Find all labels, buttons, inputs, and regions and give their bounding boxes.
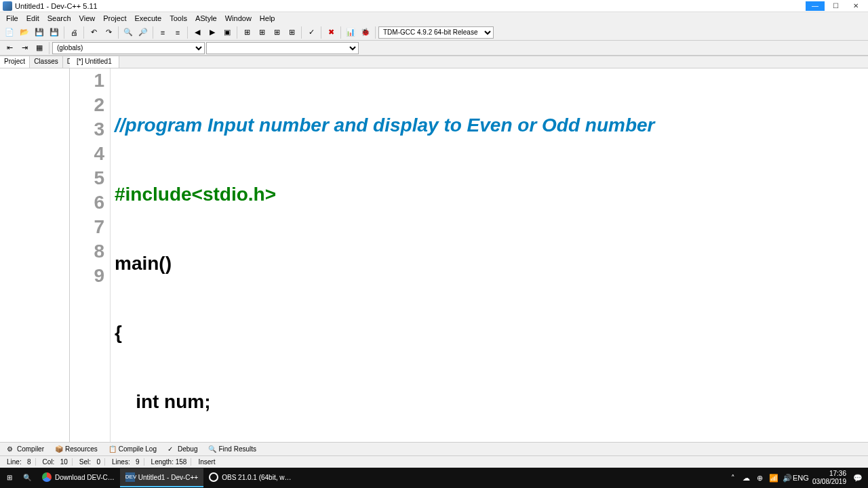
menu-help[interactable]: Help — [256, 13, 279, 24]
save-all-button[interactable]: 💾 — [47, 26, 61, 39]
redo-button[interactable]: ↷ — [102, 26, 115, 39]
status-length: Length: 158 — [147, 458, 192, 466]
main-area: Project Classes Debug [*] Untitled1 1 2 … — [0, 56, 868, 442]
check-icon: ✓ — [167, 445, 176, 453]
save-button[interactable]: 💾 — [33, 26, 46, 39]
menu-bar: File Edit Search View Project Execute To… — [0, 12, 868, 24]
panel-body — [0, 68, 69, 442]
status-col: Col: 10 — [39, 458, 73, 466]
grid1-button[interactable]: ⊞ — [240, 26, 254, 39]
minimize-button[interactable]: — — [806, 1, 825, 11]
chevron-up-icon[interactable]: ˄ — [728, 473, 738, 483]
menu-tools[interactable]: Tools — [166, 13, 191, 24]
code-content[interactable]: //program Input number and display to Ev… — [111, 68, 868, 442]
print-button[interactable]: 🖨 — [67, 26, 81, 39]
stop-button[interactable]: ✖ — [324, 26, 338, 39]
indent-button[interactable]: ≡ — [156, 26, 170, 39]
open-button[interactable]: 📂 — [18, 26, 31, 39]
status-lines: Lines: 9 — [108, 458, 144, 466]
network-icon[interactable]: 📶 — [769, 473, 778, 483]
task-chrome[interactable]: Download DEV-C… — [37, 468, 120, 487]
chrome-icon — [42, 472, 52, 482]
task-obs[interactable]: OBS 21.0.1 (64bit, w… — [203, 468, 296, 487]
debug-button[interactable]: 🐞 — [359, 26, 372, 39]
bottom-tab-debug[interactable]: ✓Debug — [163, 444, 201, 455]
status-mode: Insert — [194, 458, 219, 466]
menu-astyle[interactable]: AStyle — [192, 13, 220, 24]
devcpp-icon: DEV — [125, 472, 135, 482]
window-controls: — ☐ ✕ — [806, 1, 865, 11]
scope-select[interactable]: (globals) — [52, 42, 205, 54]
language-indicator[interactable]: ENG — [796, 473, 806, 483]
search-icon: 🔍 — [208, 445, 216, 453]
start-button[interactable]: ⊞ — [1, 468, 18, 487]
gear-icon: ⚙ — [7, 445, 15, 453]
menu-view[interactable]: View — [76, 13, 99, 24]
app-icon — [3, 1, 12, 11]
status-sel: Sel: 0 — [75, 458, 105, 466]
status-bar: Line: 8 Col: 10 Sel: 0 Lines: 9 Length: … — [0, 455, 868, 468]
task-devcpp[interactable]: DEVUntitled1 - Dev-C++ — [120, 468, 203, 487]
close-button[interactable]: ✕ — [846, 1, 865, 11]
profile-button[interactable]: 📊 — [344, 26, 357, 39]
member-select[interactable] — [206, 42, 359, 54]
clock[interactable]: 17:36 03/08/2019 — [810, 470, 849, 486]
menu-edit[interactable]: Edit — [23, 13, 43, 24]
bottom-tab-compiler[interactable]: ⚙Compiler — [3, 444, 48, 455]
compile-button[interactable]: ✓ — [304, 26, 318, 39]
file-tabs: [*] Untitled1 — [70, 56, 868, 68]
onedrive-icon[interactable]: ☁ — [742, 473, 751, 483]
replace-button[interactable]: 🔎 — [136, 26, 150, 39]
windows-taskbar: ⊞ 🔍 Download DEV-C… DEVUntitled1 - Dev-C… — [0, 468, 868, 488]
package-icon: 📦 — [55, 445, 63, 453]
goto-fwd-button[interactable]: ⇥ — [18, 41, 31, 55]
bottom-tab-resources[interactable]: 📦Resources — [51, 444, 102, 455]
menu-window[interactable]: Window — [222, 13, 255, 24]
undo-button[interactable]: ↶ — [87, 26, 100, 39]
window-title: Untitled1 - Dev-C++ 5.11 — [15, 2, 98, 10]
bookmark-button[interactable]: ▣ — [220, 26, 234, 39]
side-panel: Project Classes Debug — [0, 56, 70, 442]
menu-project[interactable]: Project — [100, 13, 130, 24]
editor-area: [*] Untitled1 1 2 3 4 5 6 7 8 9 //progra… — [70, 56, 868, 442]
bottom-tab-compile-log[interactable]: 📋Compile Log — [104, 444, 161, 455]
panel-tab-classes[interactable]: Classes — [30, 56, 63, 68]
file-tab-untitled[interactable]: [*] Untitled1 — [70, 56, 119, 68]
compiler-select[interactable]: TDM-GCC 4.9.2 64-bit Release — [378, 26, 494, 39]
menu-execute[interactable]: Execute — [131, 13, 165, 24]
panel-tab-project[interactable]: Project — [0, 56, 30, 68]
bottom-tabs: ⚙Compiler 📦Resources 📋Compile Log ✓Debug… — [0, 442, 868, 455]
system-tray: ˄ ☁ ⊕ 📶 🔊 ENG 17:36 03/08/2019 💬 — [724, 470, 867, 486]
maximize-button[interactable]: ☐ — [826, 1, 845, 11]
code-editor[interactable]: 1 2 3 4 5 6 7 8 9 //program Input number… — [70, 68, 868, 442]
menu-search[interactable]: Search — [44, 13, 75, 24]
log-icon: 📋 — [108, 445, 117, 453]
grid4-button[interactable]: ⊞ — [285, 26, 298, 39]
back-button[interactable]: ◀ — [191, 26, 204, 39]
security-icon[interactable]: ⊕ — [755, 473, 765, 483]
volume-icon[interactable]: 🔊 — [783, 473, 792, 483]
goto-line-button[interactable]: ▦ — [33, 41, 46, 55]
window-titlebar: Untitled1 - Dev-C++ 5.11 — ☐ ✕ — [0, 0, 868, 12]
find-button[interactable]: 🔍 — [121, 26, 135, 39]
notifications-icon[interactable]: 💬 — [853, 473, 863, 483]
bottom-tab-find-results[interactable]: 🔍Find Results — [204, 444, 260, 455]
grid2-button[interactable]: ⊞ — [255, 26, 269, 39]
line-gutter: 1 2 3 4 5 6 7 8 9 — [70, 68, 111, 442]
unindent-button[interactable]: ≡ — [171, 26, 184, 39]
secondary-toolbar: ⇤ ⇥ ▦ (globals) — [0, 41, 868, 56]
new-button[interactable]: 📄 — [3, 26, 16, 39]
status-line: Line: 8 — [3, 458, 36, 466]
grid3-button[interactable]: ⊞ — [270, 26, 283, 39]
main-toolbar: 📄 📂 💾 💾 🖨 ↶ ↷ 🔍 🔎 ≡ ≡ ◀ ▶ ▣ ⊞ ⊞ ⊞ ⊞ ✓ ✖ … — [0, 24, 868, 41]
panel-tabs: Project Classes Debug — [0, 56, 69, 68]
search-button[interactable]: 🔍 — [18, 468, 37, 487]
goto-back-button[interactable]: ⇤ — [3, 41, 16, 55]
obs-icon — [209, 472, 218, 482]
menu-file[interactable]: File — [3, 13, 22, 24]
forward-button[interactable]: ▶ — [205, 26, 219, 39]
